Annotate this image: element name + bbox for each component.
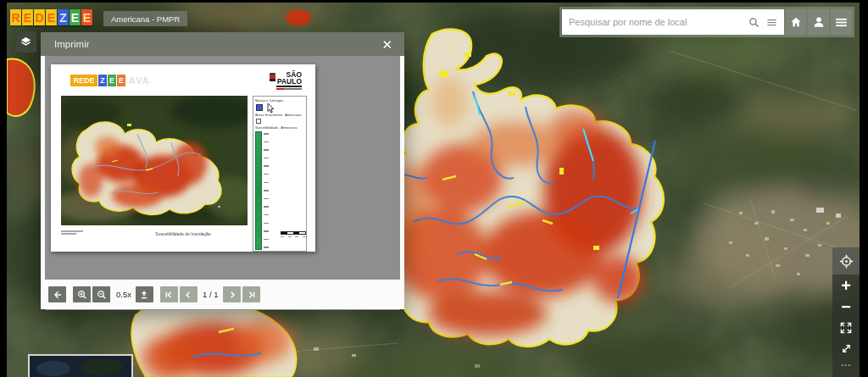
region-label: Americana - PMPR xyxy=(103,11,187,26)
menu-button[interactable] xyxy=(831,9,852,35)
legend-blue-swatch xyxy=(256,104,263,111)
legend-layer3-label: Suscetibilidade - Americana xyxy=(255,125,304,130)
first-page-button[interactable] xyxy=(160,286,178,302)
scale-bar-labels xyxy=(281,236,306,237)
user-icon xyxy=(812,15,826,29)
first-page-icon xyxy=(164,290,174,300)
search-input[interactable] xyxy=(569,17,748,27)
gov-subbar xyxy=(276,88,302,90)
zoom-out-icon xyxy=(97,290,107,300)
attribution-text xyxy=(61,230,83,236)
page-logo-tile: E xyxy=(117,75,125,86)
logo-letter: E xyxy=(81,9,92,25)
app-logo: R E D E Z E E xyxy=(10,9,92,25)
map-controls: + − ⋯ xyxy=(832,247,860,377)
zoom-level-label: 0.5x xyxy=(116,290,131,299)
logo-letter: E xyxy=(22,9,33,25)
map-zoom-in-button[interactable]: + xyxy=(832,274,860,296)
letterbox-right xyxy=(860,0,868,377)
print-dialog: Imprimir ✕ REDE Z E E AVA SÃO PAULO xyxy=(41,32,404,309)
print-preview-area: REDE Z E E AVA SÃO PAULO xyxy=(45,56,400,310)
home-button[interactable] xyxy=(786,9,807,35)
crosshair-icon xyxy=(839,254,854,269)
page-logo-tile: REDE xyxy=(70,75,97,86)
print-legend: Bacias e Córregos Áreas Suscetíveis - Am… xyxy=(253,96,307,252)
letterbox-left xyxy=(0,0,7,377)
expand-icon xyxy=(839,321,853,335)
zoom-out-button[interactable] xyxy=(92,286,110,302)
next-page-button[interactable] xyxy=(223,286,241,302)
legend-layer2-label: Áreas Suscetíveis - Americana xyxy=(255,113,304,117)
print-dialog-header: Imprimir ✕ xyxy=(41,32,404,56)
hamburger-icon xyxy=(834,15,849,30)
search-icon[interactable] xyxy=(748,17,760,28)
back-arrow-icon xyxy=(53,290,63,300)
screen: { "app": { "logo_letters": [ {"ch":"R","… xyxy=(0,0,868,377)
logo-letter: Z xyxy=(58,9,69,25)
logo-letter: D xyxy=(34,9,45,25)
gov-logo-line2: PAULO xyxy=(277,78,302,85)
page-logo-suffix: AVA xyxy=(129,75,150,86)
prev-page-icon xyxy=(183,290,193,300)
close-icon[interactable]: ✕ xyxy=(381,38,392,51)
page-logo-tile: E xyxy=(108,75,116,86)
download-button[interactable] xyxy=(136,286,153,302)
prev-page-button[interactable] xyxy=(180,286,198,302)
next-page-icon xyxy=(227,290,237,300)
map-zoom-out-button[interactable]: − xyxy=(832,296,860,317)
user-button[interactable] xyxy=(808,9,829,35)
print-toolbar: 0.5x 1 / 1 xyxy=(41,280,404,309)
export-icon xyxy=(139,290,149,300)
diagonal-arrow-icon xyxy=(840,342,853,355)
sp-flag-icon xyxy=(270,73,275,81)
resize-button[interactable] xyxy=(832,338,860,359)
last-page-button[interactable] xyxy=(242,286,260,302)
layers-icon xyxy=(19,36,32,48)
fullscreen-button[interactable] xyxy=(832,317,860,338)
legend-layer1-label: Bacias e Córregos xyxy=(255,98,304,103)
last-page-icon xyxy=(247,290,257,300)
search-options-icon[interactable] xyxy=(766,17,777,28)
print-map-thumbnail xyxy=(61,96,248,225)
back-button[interactable] xyxy=(48,286,66,302)
page-logo-tile: Z xyxy=(98,75,107,86)
sao-paulo-logo: SÃO PAULO xyxy=(270,71,302,90)
logo-letter: E xyxy=(70,9,81,25)
overview-inset-map[interactable] xyxy=(28,354,133,377)
more-controls-button[interactable]: ⋯ xyxy=(832,359,860,371)
logo-letter: R xyxy=(10,9,21,25)
layers-button[interactable] xyxy=(15,31,36,53)
print-page: REDE Z E E AVA SÃO PAULO xyxy=(51,64,315,252)
page-indicator: 1 / 1 xyxy=(203,290,219,299)
zoom-in-button[interactable] xyxy=(73,286,91,302)
geolocate-button[interactable] xyxy=(832,247,860,274)
home-icon xyxy=(789,15,803,29)
search-bar xyxy=(559,7,854,37)
logo-letter: E xyxy=(46,9,57,25)
letterbox-top xyxy=(0,0,868,3)
gov-underline xyxy=(276,86,302,87)
page-logo: REDE Z E E AVA xyxy=(70,75,150,86)
zoom-in-icon xyxy=(77,290,87,300)
legend-checkbox xyxy=(256,119,261,124)
mouse-cursor xyxy=(267,103,275,114)
dialog-title: Imprimir xyxy=(54,39,90,49)
search-input-box[interactable] xyxy=(562,9,784,35)
map-caption: Suscetibilidade de Inundação xyxy=(51,231,315,236)
